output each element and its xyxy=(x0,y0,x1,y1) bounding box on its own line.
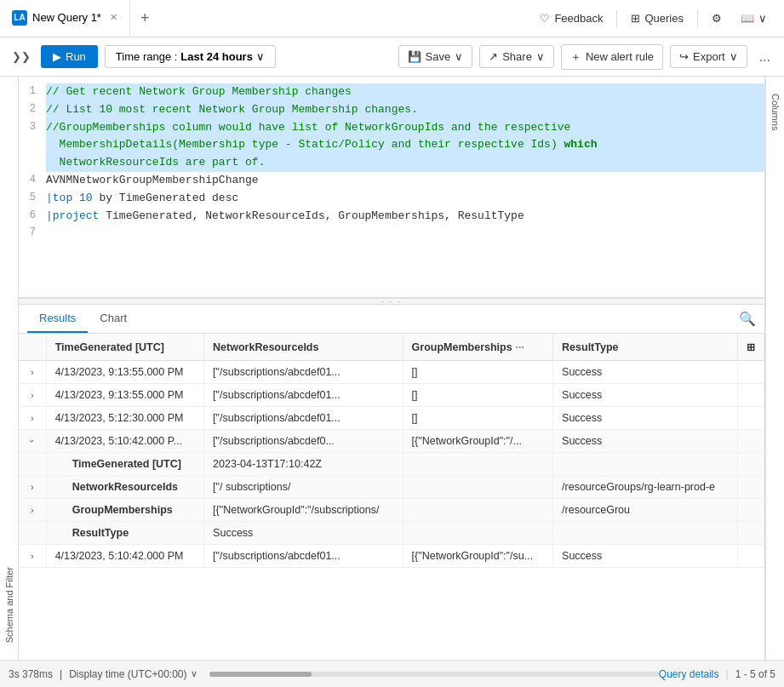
right-sidebar: Columns xyxy=(765,77,784,660)
scroll-track[interactable] xyxy=(209,672,659,677)
detail-extra-network: /resourceGroups/rg-learn-prod-e xyxy=(553,476,738,499)
row-1-time: 4/13/2023, 9:13:55.000 PM xyxy=(46,361,203,384)
row-4-extra xyxy=(738,430,764,453)
detail-label-network: NetworkResourceIds xyxy=(46,476,203,499)
row-3-resulttype: Success xyxy=(553,407,738,430)
results-area: Results Chart 🔍 TimeGenerated [UT xyxy=(19,305,764,660)
new-alert-btn[interactable]: ＋ New alert rule xyxy=(561,44,663,70)
row-4-time: 4/13/2023, 5:10:42.000 P... xyxy=(46,430,203,453)
toolbar: ❯❯ ▶ Run Time range : Last 24 hours ∨ 💾 … xyxy=(0,37,784,77)
col-header-columns-icon[interactable]: ⊞ xyxy=(738,334,764,361)
table-detail-row: ResultType Success xyxy=(19,522,764,545)
row-4-expand-cell: › xyxy=(19,430,46,453)
row-2-expand-btn[interactable]: › xyxy=(27,389,37,401)
col-header-group-memberships[interactable]: GroupMemberships ··· xyxy=(403,334,553,361)
detail-group-expand-btn[interactable]: › xyxy=(27,504,37,516)
sidebar-toggle-btn[interactable]: ❯❯ xyxy=(9,47,34,66)
table-row: › 4/13/2023, 5:10:42.000 PM ["/subscript… xyxy=(19,545,764,568)
row-3-expand-btn[interactable]: › xyxy=(27,412,37,424)
row-5-extra xyxy=(738,545,764,568)
time-range-chevron: ∨ xyxy=(256,50,265,63)
row-5-expand-btn[interactable]: › xyxy=(27,550,37,562)
tab-close-btn[interactable]: ✕ xyxy=(110,12,117,23)
book-icon: 📖 xyxy=(741,12,754,25)
row-2-extra xyxy=(738,384,764,407)
divider-2 xyxy=(697,10,698,27)
detail-indent-3: › xyxy=(19,499,46,522)
gear-icon: ⚙ xyxy=(712,12,722,25)
col-header-time-generated[interactable]: TimeGenerated [UTC] xyxy=(46,334,203,361)
results-table-container[interactable]: TimeGenerated [UTC] NetworkResourceIds G… xyxy=(19,334,764,660)
row-count: 1 - 5 of 5 xyxy=(735,668,775,680)
share-icon: ↗ xyxy=(489,50,498,63)
status-timing: 3s 378ms xyxy=(9,668,53,680)
row-5-networkresourceids: ["/subscriptions/abcdef01... xyxy=(204,545,403,568)
play-icon: ▶ xyxy=(53,50,61,63)
plus-icon: ＋ xyxy=(570,49,581,65)
query-details-link[interactable]: Query details xyxy=(659,668,719,680)
queries-btn[interactable]: ⊞ Queries xyxy=(622,8,692,29)
code-line-3: 3 //GroupMemberships column would have l… xyxy=(19,119,764,172)
table-row: › 4/13/2023, 9:13:55.000 PM ["/subscript… xyxy=(19,384,764,407)
detail-indent xyxy=(19,453,46,476)
col-header-expand xyxy=(19,334,46,361)
time-range-prefix: Time range : xyxy=(116,50,178,63)
col-header-result-type[interactable]: ResultType xyxy=(553,334,738,361)
code-line-2: 2 // List 10 most recent Network Group M… xyxy=(19,101,764,119)
row-2-resulttype: Success xyxy=(553,384,738,407)
row-4-expand-btn[interactable]: › xyxy=(26,436,38,446)
table-row: › 4/13/2023, 5:12:30.000 PM ["/subscript… xyxy=(19,407,764,430)
detail-indent-2: › xyxy=(19,476,46,499)
detail-label-result: ResultType xyxy=(46,522,203,545)
export-chevron: ∨ xyxy=(730,50,738,63)
queries-icon: ⊞ xyxy=(631,12,640,25)
editor-area: 1 // Get recent Network Group Membership… xyxy=(19,77,765,660)
new-tab-btn[interactable]: + xyxy=(130,9,160,27)
more-btn[interactable]: ... xyxy=(754,46,775,68)
row-1-expand-btn[interactable]: › xyxy=(27,366,37,378)
share-btn[interactable]: ↗ Share ∨ xyxy=(479,45,554,68)
detail-value-network: ["/ subscriptions/ xyxy=(204,476,403,499)
row-4-groupmemberships: [{"NetworkGroupId":"/... xyxy=(403,430,553,453)
tab-bar: LA New Query 1* ✕ + ♡ Feedback ⊞ Queries… xyxy=(0,0,784,37)
left-sidebar: Schema and Filter xyxy=(0,77,19,660)
scroll-area[interactable] xyxy=(201,672,659,677)
row-4-networkresourceids: ["/subscriptions/abcdef0... xyxy=(204,430,403,453)
search-results-btn[interactable]: 🔍 xyxy=(739,311,756,327)
col-header-network-resource-ids[interactable]: NetworkResourceIds xyxy=(204,334,403,361)
code-editor[interactable]: 1 // Get recent Network Group Membership… xyxy=(19,77,764,298)
scroll-thumb[interactable] xyxy=(209,672,312,677)
detail-indent-4 xyxy=(19,522,46,545)
run-btn[interactable]: ▶ Run xyxy=(41,45,98,68)
feedback-btn[interactable]: ♡ Feedback xyxy=(531,8,611,29)
detail-extra-group: /resourceGrou xyxy=(553,499,738,522)
display-time-chevron[interactable]: ∨ xyxy=(187,667,201,680)
detail-network-expand-btn[interactable]: › xyxy=(27,481,37,493)
table-detail-row: › NetworkResourceIds ["/ subscriptions/ … xyxy=(19,476,764,499)
row-5-resulttype: Success xyxy=(553,545,738,568)
tab-title: New Query 1* xyxy=(32,11,101,24)
status-display-time: Display time (UTC+00:00) xyxy=(69,668,186,680)
chevron-left-icon: ❯❯ xyxy=(12,50,31,63)
save-btn[interactable]: 💾 Save ∨ xyxy=(398,45,473,68)
columns-label: Columns xyxy=(770,94,781,130)
time-range-btn[interactable]: Time range : Last 24 hours ∨ xyxy=(105,45,276,68)
settings-btn[interactable]: ⚙ xyxy=(703,8,730,29)
row-2-groupmemberships: [] xyxy=(403,384,553,407)
table-detail-row: › GroupMemberships [{"NetworkGroupId":"/… xyxy=(19,499,764,522)
code-line-1: 1 // Get recent Network Group Membership… xyxy=(19,83,764,101)
tab-chart[interactable]: Chart xyxy=(88,305,139,333)
active-tab[interactable]: LA New Query 1* ✕ xyxy=(0,0,130,37)
export-btn[interactable]: ↪ Export ∨ xyxy=(670,45,747,68)
bookmark-btn[interactable]: 📖 ∨ xyxy=(732,8,775,29)
columns-panel-icon: ⊞ xyxy=(747,341,755,353)
resize-handle[interactable]: · · · xyxy=(19,298,764,305)
status-bar: 3s 378ms | Display time (UTC+00:00) ∨ Qu… xyxy=(0,660,784,687)
results-tabs: Results Chart 🔍 xyxy=(19,305,764,334)
row-4-resulttype: Success xyxy=(553,430,738,453)
row-3-extra xyxy=(738,407,764,430)
row-2-expand-cell: › xyxy=(19,384,46,407)
tab-results[interactable]: Results xyxy=(27,305,88,333)
row-1-networkresourceids: ["/subscriptions/abcdef01... xyxy=(204,361,403,384)
app-logo: LA xyxy=(12,10,27,26)
